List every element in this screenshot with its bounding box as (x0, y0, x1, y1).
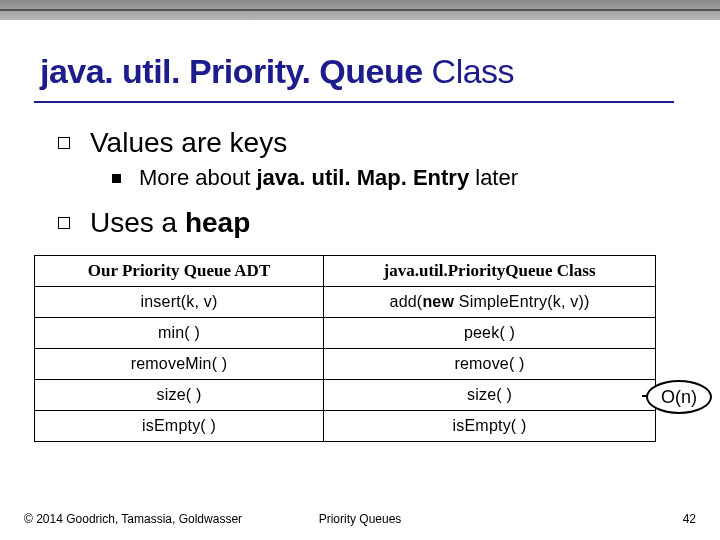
sub-text: More about java. util. Map. Entry later (139, 165, 518, 191)
footer-copyright: © 2014 Goodrich, Tamassia, Goldwasser (24, 512, 242, 526)
slide-title: java. util. Priority. Queue Class (40, 52, 720, 91)
cell: peek( ) (464, 324, 515, 341)
bullet-1-sub: More about java. util. Map. Entry later (112, 165, 720, 191)
cell: size( ) (467, 386, 512, 403)
sub-bold: java. util. Map. Entry (256, 165, 469, 190)
bullet-1: Values are keys (58, 127, 720, 159)
footer-page-number: 42 (683, 512, 696, 526)
title-underline (34, 101, 674, 103)
sub-suffix: later (469, 165, 518, 190)
table-row: removeMin( ) remove( ) (35, 349, 656, 380)
footer: © 2014 Goodrich, Tamassia, Goldwasser Pr… (24, 512, 696, 526)
table-row: size( ) size( ) (35, 380, 656, 411)
table-header-left: Our Priority Queue ADT (35, 256, 324, 287)
bullet-2-text: Uses a heap (90, 207, 250, 239)
cell: size( ) (157, 386, 202, 403)
cell: isEmpty( ) (453, 417, 527, 434)
complexity-callout: O(n) (646, 380, 712, 414)
cell: add(new SimpleEntry(k, v)) (390, 293, 590, 310)
cell: removeMin( ) (131, 355, 228, 372)
bullet-1-text: Values are keys (90, 127, 287, 159)
table-row: min( ) peek( ) (35, 318, 656, 349)
bullet-2: Uses a heap (58, 207, 720, 239)
square-bullet-icon (58, 217, 70, 229)
square-bullet-icon (58, 137, 70, 149)
table-header-right: java.util.PriorityQueue Class (324, 256, 656, 287)
sub-prefix: More about (139, 165, 256, 190)
cell: min( ) (158, 324, 200, 341)
b2-bold: heap (185, 207, 250, 238)
title-light: Class (423, 52, 514, 90)
content-area: Values are keys More about java. util. M… (58, 127, 720, 239)
cell: insert(k, v) (140, 293, 217, 310)
b2-prefix: Uses a (90, 207, 185, 238)
title-bold: java. util. Priority. Queue (40, 52, 423, 90)
callout-text: O(n) (661, 387, 697, 408)
table-row: insert(k, v) add(new SimpleEntry(k, v)) (35, 287, 656, 318)
table-row: isEmpty( ) isEmpty( ) (35, 411, 656, 442)
cell: isEmpty( ) (142, 417, 216, 434)
comparison-table: Our Priority Queue ADT java.util.Priorit… (34, 255, 656, 442)
solid-bullet-icon (112, 174, 121, 183)
top-bar (0, 0, 720, 20)
cell: remove( ) (454, 355, 524, 372)
